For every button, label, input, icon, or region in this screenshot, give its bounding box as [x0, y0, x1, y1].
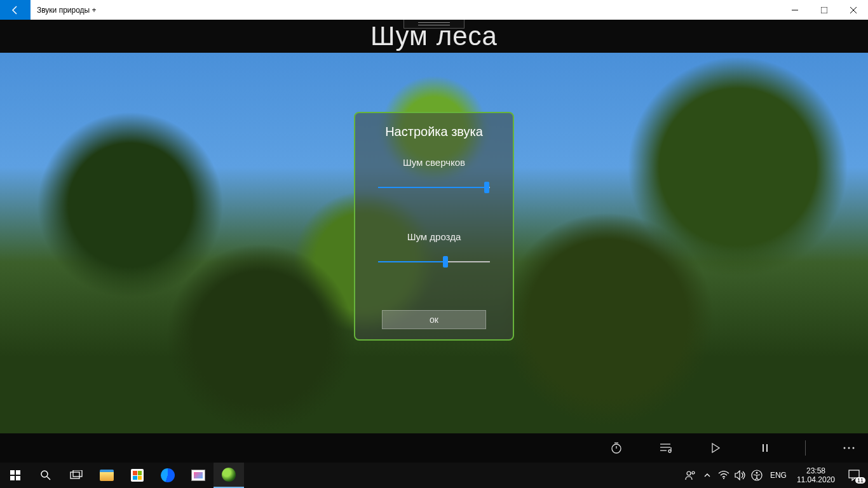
app-area: Шум леса Настройка звука Шум сверчков Шу… — [0, 20, 868, 463]
clock-time: 23:58 — [797, 466, 835, 475]
close-button[interactable] — [839, 0, 868, 20]
sound-settings-dialog: Настройка звука Шум сверчков Шум дрозда … — [354, 112, 514, 341]
paint-icon — [191, 470, 205, 481]
back-button[interactable] — [0, 0, 31, 20]
slider-fill — [378, 187, 487, 188]
svg-point-16 — [848, 447, 850, 449]
taskbar-right: ENG 23:58 11.04.2020 11 — [682, 463, 868, 488]
tray-chevron-icon[interactable] — [699, 463, 715, 488]
taskbar-left — [0, 463, 244, 488]
pause-icon[interactable] — [756, 438, 775, 458]
sound-label: Шум сверчков — [370, 157, 498, 168]
language-indicator[interactable]: ENG — [765, 471, 792, 480]
drag-handle-icon[interactable] — [403, 20, 465, 29]
sound-control-1: Шум сверчков — [370, 157, 498, 193]
start-button[interactable] — [0, 463, 31, 488]
action-center-button[interactable]: 11 — [840, 463, 868, 488]
search-button[interactable] — [31, 463, 61, 488]
svg-point-26 — [687, 471, 691, 475]
svg-marker-12 — [712, 444, 719, 452]
maximize-button[interactable] — [810, 0, 839, 20]
svg-point-22 — [41, 471, 48, 477]
wifi-icon[interactable] — [715, 463, 732, 488]
window-titlebar: Звуки природы + — [0, 0, 868, 20]
file-explorer-button[interactable] — [92, 463, 122, 488]
slider-fill — [378, 261, 445, 262]
play-icon[interactable] — [706, 438, 725, 458]
sound-label: Шум дрозда — [370, 231, 498, 242]
svg-point-15 — [844, 447, 846, 449]
svg-rect-18 — [10, 470, 15, 475]
volume-slider-crickets[interactable] — [378, 182, 490, 193]
app-title: Звуки природы + — [37, 6, 780, 15]
nature-sounds-app-button[interactable] — [214, 463, 244, 488]
app-icon — [222, 468, 236, 482]
svg-rect-20 — [10, 476, 15, 480]
microsoft-store-button[interactable] — [122, 463, 153, 488]
ok-button[interactable]: ок — [382, 310, 486, 329]
people-icon[interactable] — [682, 463, 699, 488]
notification-badge: 11 — [855, 477, 865, 484]
player-controls-bar — [0, 433, 868, 463]
svg-rect-1 — [821, 7, 827, 13]
ease-of-access-icon[interactable] — [749, 463, 765, 488]
edge-icon — [161, 468, 175, 482]
svg-rect-19 — [16, 470, 20, 475]
svg-rect-21 — [16, 476, 20, 480]
dialog-title: Настройка звука — [385, 125, 483, 139]
svg-rect-25 — [73, 470, 82, 477]
volume-slider-thrush[interactable] — [378, 256, 490, 268]
edge-button[interactable] — [153, 463, 183, 488]
volume-icon[interactable] — [732, 463, 749, 488]
svg-point-17 — [853, 447, 855, 449]
clock-date: 11.04.2020 — [797, 475, 835, 484]
taskbar: ENG 23:58 11.04.2020 11 — [0, 463, 868, 488]
clock[interactable]: 23:58 11.04.2020 — [792, 466, 840, 485]
slider-thumb[interactable] — [443, 256, 448, 268]
file-explorer-icon — [100, 470, 114, 481]
timer-icon[interactable] — [607, 438, 626, 458]
task-view-button[interactable] — [61, 463, 92, 488]
more-icon[interactable] — [836, 438, 862, 458]
store-icon — [131, 469, 144, 482]
playlist-icon[interactable] — [656, 438, 675, 458]
svg-point-27 — [692, 471, 695, 474]
sound-control-2: Шум дрозда — [370, 231, 498, 268]
svg-line-23 — [47, 477, 50, 480]
paint-button[interactable] — [183, 463, 214, 488]
svg-rect-24 — [71, 472, 79, 478]
window-controls — [780, 0, 868, 20]
minimize-button[interactable] — [780, 0, 810, 20]
svg-marker-29 — [735, 471, 740, 480]
svg-point-31 — [756, 472, 757, 474]
svg-point-28 — [723, 478, 724, 479]
slider-thumb[interactable] — [484, 182, 489, 193]
header-strip: Шум леса — [0, 20, 868, 53]
separator — [805, 440, 806, 456]
